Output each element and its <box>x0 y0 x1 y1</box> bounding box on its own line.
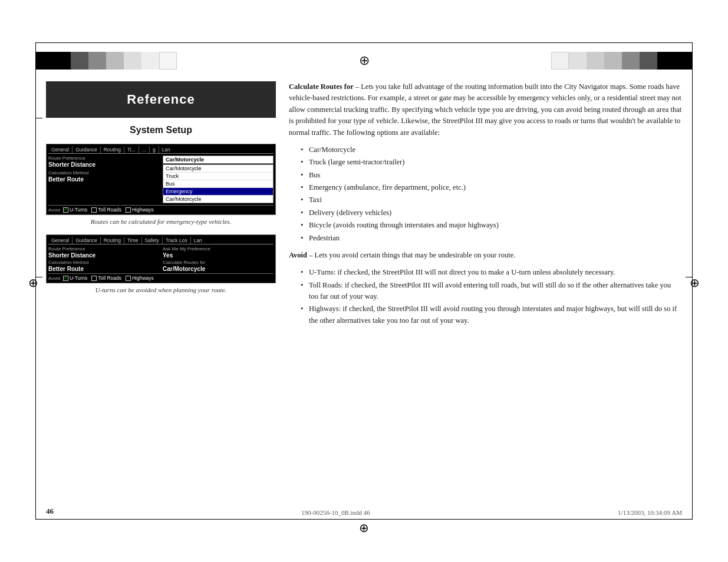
avoid-section-1: Avoid ✓ U-Turns Toll Roads Highways <box>48 205 274 213</box>
avoid-tollroads-1: Toll Roads <box>91 207 121 213</box>
right-crosshair: ⊕ <box>690 276 700 290</box>
checker-bar-left <box>35 52 189 70</box>
bullet-bus: Bus <box>301 170 682 181</box>
tab-g: g <box>150 146 159 153</box>
avoid-dash: – <box>307 251 315 259</box>
page-number: 46 <box>46 507 54 516</box>
avoid-paragraph: Avoid – Lets you avoid certain things th… <box>289 250 682 261</box>
calc-routes-dash: – <box>354 82 361 91</box>
avoid-highways-2: Highways <box>126 275 154 281</box>
avoid-section-2: Avoid ✓ U-Turns Toll Roads Highways <box>48 273 274 281</box>
header-area: ⊕ <box>35 46 693 75</box>
bullet-emergency: Emergency (ambulance, fire department, p… <box>301 182 682 193</box>
screen2-ask-label: Ask Me My Preference <box>163 246 274 252</box>
highways-label-1: Highways <box>132 207 154 213</box>
tab-lan: Lan <box>159 146 173 153</box>
tab2-safety: Safety <box>142 237 163 244</box>
tab2-lan: Lan <box>191 237 205 244</box>
footer-area: 46 190-00256-10_0B.indd 46 1/13/2003, 10… <box>46 507 682 516</box>
tab2-tracklog: Track Los <box>163 237 191 244</box>
tab2-guidance: Guidance <box>73 237 100 244</box>
screen2-route-value: Shorter Distance <box>48 252 159 259</box>
uturns-label-1: U-Turns <box>70 207 87 213</box>
tab2-routing: Routing <box>101 237 124 244</box>
avoid-bullet-highways: Highways: if checked, the StreetPilot II… <box>301 303 682 326</box>
screen2-ask-value: Yes <box>163 252 274 259</box>
tab-dots: ... <box>139 146 150 153</box>
calc-routes-bullets: Car/Motorcycle Truck (large semi-tractor… <box>301 144 682 244</box>
uturns-label-2: U-Turns <box>70 275 87 281</box>
bullet-car: Car/Motorcycle <box>301 144 682 156</box>
screen2-tabs: General Guidance Routing Time Safety Tra… <box>48 237 274 244</box>
reference-title: Reference <box>58 92 264 107</box>
device-screen-1: General Guidance Routing Ti... ... g Lan… <box>46 144 276 215</box>
avoid-tollroads-2: Toll Roads <box>91 275 121 281</box>
crosshair-symbol: ⊕ <box>359 53 370 68</box>
avoid-highways-1: Highways <box>126 207 154 213</box>
tollroads-checkbox-2[interactable] <box>91 276 97 281</box>
route-pref-label: Route Preference <box>48 156 159 161</box>
tollroads-label-2: Toll Roads <box>98 275 121 281</box>
bullet-bicycle: Bicycle (avoids routing through intersta… <box>301 220 682 231</box>
avoid-label-2: Avoid <box>48 276 60 281</box>
caption-1: Routes can be calculated for emergency-t… <box>46 218 276 225</box>
calc-routes-paragraph: Calculate Routes for – Lets you take ful… <box>289 81 682 138</box>
tab2-time: Time <box>124 237 142 244</box>
caption-2: U-turns can be avoided when planning you… <box>46 286 276 293</box>
screen1-tabs: General Guidance Routing Ti... ... g Lan <box>48 146 274 154</box>
avoid-bullet-uturns: U-Turns: if checked, the StreetPilot III… <box>301 267 682 278</box>
calc-method-label: Calculation Method <box>48 170 159 176</box>
footer-file: 190-00256-10_0B.indd 46 <box>301 509 370 516</box>
avoid-bullets: U-Turns: if checked, the StreetPilot III… <box>301 267 682 326</box>
dropdown-item-truck: Truck <box>163 173 273 180</box>
left-column: Reference System Setup General Guidance … <box>46 81 276 303</box>
right-column: Calculate Routes for – Lets you take ful… <box>289 81 682 332</box>
avoid-label-1: Avoid <box>48 207 60 213</box>
highways-label-2: Highways <box>132 275 154 281</box>
screen2-calc-routes: Calculate Routes for Car/Motorcycle <box>163 260 274 272</box>
uturns-checkbox-1[interactable]: ✓ <box>63 207 68 213</box>
screen2-calc-method: Calculation Method Better Route <box>48 260 159 272</box>
avoid-body: Lets you avoid certain things that may b… <box>315 251 516 259</box>
system-setup-title: System Setup <box>46 125 276 135</box>
dropdown-item-car: Car/Motorcycle <box>163 165 273 173</box>
calc-method-value: Better Route <box>48 176 159 183</box>
highways-checkbox-2[interactable] <box>126 276 131 281</box>
dropdown-area: Car/Motorcycle Car/Motorcycle Truck Bus … <box>163 156 274 203</box>
dropdown-header: Car/Motorcycle <box>163 156 274 164</box>
footer-date: 1/13/2003, 10:34:09 AM <box>618 509 682 516</box>
tab2-general: General <box>48 237 73 244</box>
avoid-uturns-2: ✓ U-Turns <box>63 275 87 281</box>
screen2-calcroutes-label: Calculate Routes for <box>163 260 274 265</box>
dropdown-list: Car/Motorcycle Truck Bus Emergency Car/M… <box>163 164 274 203</box>
route-pref-field: Route Preference Shorter Distance Calcul… <box>48 156 159 203</box>
screen2-calc-label: Calculation Method <box>48 260 159 265</box>
tab-guidance: Guidance <box>73 146 100 153</box>
tab-general: General <box>48 146 73 153</box>
tab-routing: Routing <box>101 146 124 153</box>
screen2-ask-me: Ask Me My Preference Yes <box>163 246 274 259</box>
screen2-route-pref: Route Preference Shorter Distance <box>48 246 159 259</box>
avoid-bullet-tollroads: Toll Roads: if checked, the StreetPilot … <box>301 280 682 303</box>
reference-box: Reference <box>46 81 276 118</box>
screen2-row2: Calculation Method Better Route Calculat… <box>48 260 274 272</box>
screen2-calc-value: Better Route <box>48 266 159 272</box>
dropdown-item-emergency[interactable]: Emergency <box>163 188 273 196</box>
bullet-truck: Truck (large semi-tractor/trailer) <box>301 157 682 168</box>
calc-routes-term: Calculate Routes for <box>289 82 354 91</box>
checker-bar-right <box>539 52 693 70</box>
device-screen-2: General Guidance Routing Time Safety Tra… <box>46 234 276 283</box>
bottom-crosshair: ⊕ <box>359 521 369 535</box>
tollroads-label-1: Toll Roads <box>98 207 121 213</box>
highways-checkbox-1[interactable] <box>126 207 131 213</box>
screen2-row1: Route Preference Shorter Distance Ask Me… <box>48 246 274 259</box>
bullet-taxi: Taxi <box>301 194 682 206</box>
dropdown-item-bus: Bus <box>163 180 273 188</box>
bullet-delivery: Delivery (delivery vehicles) <box>301 207 682 219</box>
avoid-uturns-1: ✓ U-Turns <box>63 207 87 213</box>
screen2-route-label: Route Preference <box>48 246 159 252</box>
left-crosshair: ⊕ <box>28 276 38 290</box>
avoid-term: Avoid <box>289 251 307 259</box>
uturns-checkbox-2[interactable]: ✓ <box>63 276 68 281</box>
tollroads-checkbox-1[interactable] <box>91 207 97 213</box>
